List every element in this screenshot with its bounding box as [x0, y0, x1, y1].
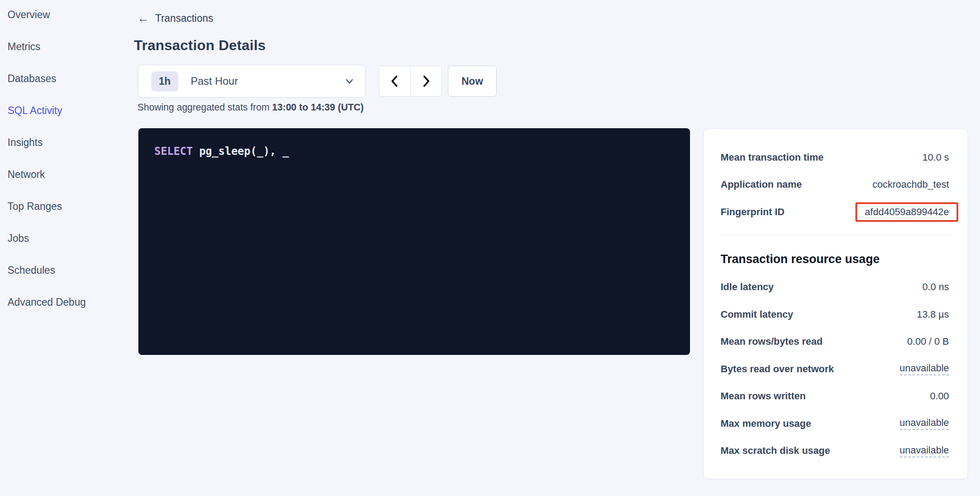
breadcrumb-label[interactable]: Transactions: [155, 12, 213, 24]
detail-label: Max scratch disk usage: [721, 445, 830, 457]
time-range-label: Past Hour: [191, 75, 344, 87]
next-time-button[interactable]: [410, 66, 442, 96]
resource-usage-section-title: Transaction resource usage: [721, 252, 949, 266]
resource-row-mean-rows-bytes-read: Mean rows/bytes read 0.00 / 0 B: [721, 328, 949, 356]
detail-label: Mean transaction time: [721, 152, 823, 163]
aggregated-stats-line: Showing aggregated stats from 13:00 to 1…: [137, 102, 364, 113]
detail-value: 0.0 ns: [922, 281, 949, 293]
resource-usage-rows: Idle latency 0.0 ns Commit latency 13.8 …: [721, 274, 949, 465]
sql-statement: SELECT pg_sleep(_), _: [154, 145, 289, 157]
detail-row-mean-transaction-time: Mean transaction time 10.0 s: [721, 144, 949, 171]
fingerprint-id-value[interactable]: afdd4059a899442e: [855, 202, 958, 222]
now-button[interactable]: Now: [448, 66, 497, 97]
stats-prefix: Showing aggregated stats from: [137, 102, 272, 113]
resource-row-commit-latency: Commit latency 13.8 µs: [721, 301, 949, 328]
detail-value: 0.00: [930, 390, 949, 402]
detail-label: Application name: [721, 179, 802, 190]
detail-value: 0.00 / 0 B: [907, 336, 949, 347]
transaction-details-panel: Mean transaction time 10.0 s Application…: [703, 129, 968, 479]
resource-row-max-scratch-disk-usage: Max scratch disk usage unavailable: [721, 437, 949, 465]
detail-row-fingerprint-id: Fingerprint ID afdd4059a899442e: [721, 198, 949, 226]
resource-row-idle-latency: Idle latency 0.0 ns: [721, 274, 949, 301]
detail-label: Commit latency: [721, 309, 793, 320]
unavailable-value[interactable]: unavailable: [900, 417, 949, 430]
unavailable-value[interactable]: unavailable: [900, 362, 949, 375]
interval-badge: 1h: [151, 71, 178, 91]
time-range-dropdown[interactable]: 1h Past Hour: [138, 65, 365, 98]
sql-statement-box: SELECT pg_sleep(_), _: [138, 128, 690, 355]
resource-row-bytes-read-over-network: Bytes read over network unavailable: [721, 355, 949, 383]
detail-row-application-name: Application name cockroachdb_test: [721, 171, 949, 199]
time-step-buttons: [379, 66, 442, 97]
detail-label: Fingerprint ID: [721, 206, 784, 218]
detail-value: 13.8 µs: [917, 309, 949, 320]
sql-body: pg_sleep(_), _: [193, 145, 289, 157]
chevron-left-icon: [389, 75, 400, 88]
detail-value: 10.0 s: [922, 152, 949, 163]
previous-time-button[interactable]: [379, 66, 410, 96]
sql-keyword: SELECT: [154, 145, 193, 157]
resource-row-max-memory-usage: Max memory usage unavailable: [721, 410, 949, 437]
back-arrow-icon[interactable]: ←: [137, 12, 149, 24]
panel-divider: [721, 236, 952, 236]
detail-label: Mean rows written: [721, 390, 806, 402]
detail-label: Mean rows/bytes read: [721, 336, 823, 347]
detail-label: Idle latency: [721, 281, 774, 293]
detail-value: cockroachdb_test: [873, 179, 949, 190]
resource-row-mean-rows-written: Mean rows written 0.00: [721, 383, 949, 410]
chevron-right-icon: [420, 75, 432, 88]
main-content: ← Transactions Transaction Details 1h Pa…: [0, 0, 980, 496]
detail-label: Max memory usage: [721, 418, 811, 429]
detail-label: Bytes read over network: [721, 363, 834, 375]
stats-range: 13:00 to 14:39 (UTC): [272, 102, 364, 113]
breadcrumb[interactable]: ← Transactions: [137, 12, 213, 25]
unavailable-value[interactable]: unavailable: [900, 445, 949, 457]
chevron-down-icon: [344, 75, 355, 87]
page-title: Transaction Details: [134, 37, 266, 54]
